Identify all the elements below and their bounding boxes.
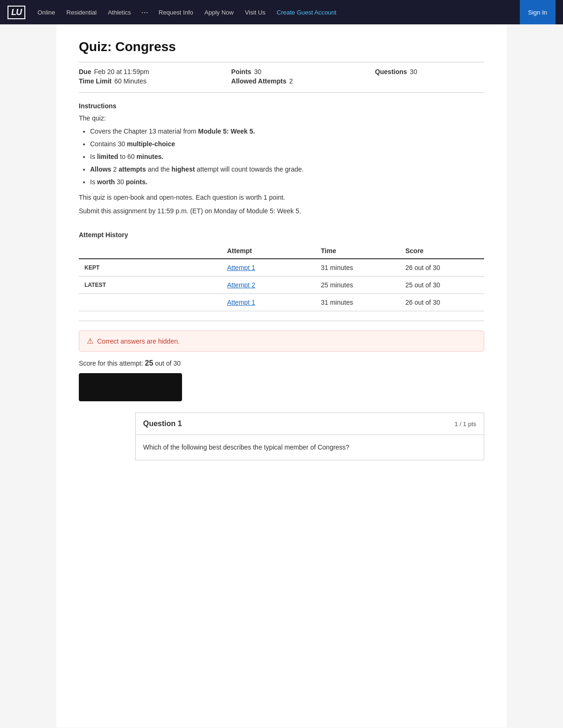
question-pts: 1 / 1 pts — [455, 420, 476, 428]
nav-athletics[interactable]: Athletics — [103, 9, 136, 16]
instructions-list: Covers the Chapter 13 material from Modu… — [79, 127, 484, 187]
navbar: LU Online Residential Athletics ··· Requ… — [0, 0, 563, 24]
warning-icon: ⚠ — [87, 337, 93, 345]
col-header-attempt: Attempt — [221, 243, 315, 259]
meta-allowed-attempts: Allowed Attempts 2 — [231, 77, 360, 85]
meta-time-limit: Time Limit 60 Minutes — [79, 77, 216, 85]
questions-value: 30 — [410, 68, 418, 75]
table-row: Attempt 1 31 minutes 26 out of 30 — [79, 294, 484, 311]
quiz-meta: Due Feb 20 at 11:59pm Points 30 Question… — [79, 68, 484, 85]
meta-due: Due Feb 20 at 11:59pm — [79, 68, 216, 75]
time-limit-value: 60 Minutes — [114, 77, 146, 85]
due-value: Feb 20 at 11:59pm — [94, 68, 149, 75]
row-label-kept: KEPT — [79, 259, 221, 277]
instructions-note1: This quiz is open-book and open-notes. E… — [79, 193, 484, 203]
time-limit-label: Time Limit — [79, 77, 112, 85]
instructions-note2: Submit this assignment by 11:59 p.m. (ET… — [79, 206, 484, 216]
question-title: Question 1 — [143, 420, 182, 428]
col-header-label — [79, 243, 221, 259]
instructions-section: Instructions The quiz: Covers the Chapte… — [79, 102, 484, 216]
nav-more-icon[interactable]: ··· — [137, 8, 152, 17]
question-header: Question 1 1 / 1 pts — [136, 413, 484, 435]
meta-questions: Questions 30 — [375, 68, 484, 75]
nav-online[interactable]: Online — [33, 9, 60, 16]
list-item: Is limited to 60 minutes. — [90, 152, 484, 162]
allowed-attempts-value: 2 — [289, 77, 293, 85]
score-cell: 26 out of 30 — [400, 294, 484, 311]
allowed-attempts-label: Allowed Attempts — [231, 77, 287, 85]
attempt-history-title: Attempt History — [79, 231, 484, 239]
divider-3 — [79, 321, 484, 321]
question-1-box: Question 1 1 / 1 pts Which of the follow… — [135, 413, 484, 460]
list-item: Allows 2 attempts and the highest attemp… — [90, 165, 484, 174]
row-label-empty — [79, 294, 221, 311]
instructions-title: Instructions — [79, 102, 484, 110]
attempt-link-cell: Attempt 2 — [221, 277, 315, 294]
score-cell: 26 out of 30 — [400, 259, 484, 277]
quiz-title: Quiz: Congress — [79, 39, 484, 54]
score-prefix: Score for this attempt: — [79, 360, 143, 367]
divider-2 — [79, 92, 484, 93]
question-body: Which of the following best describes th… — [136, 435, 484, 460]
attempt-2-link[interactable]: Attempt 2 — [227, 281, 255, 289]
time-cell: 31 minutes — [315, 294, 400, 311]
correct-answers-text: Correct answers are hidden. — [97, 338, 180, 345]
col-header-score: Score — [400, 243, 484, 259]
divider-1 — [79, 62, 484, 62]
score-suffix: out of 30 — [155, 360, 181, 367]
questions-label: Questions — [375, 68, 407, 75]
table-row: KEPT Attempt 1 31 minutes 26 out of 30 — [79, 259, 484, 277]
table-row: LATEST Attempt 2 25 minutes 25 out of 30 — [79, 277, 484, 294]
score-line: Score for this attempt: 25 out of 30 — [79, 359, 484, 368]
time-cell: 25 minutes — [315, 277, 400, 294]
logo[interactable]: LU — [8, 6, 25, 19]
due-label: Due — [79, 68, 91, 75]
attempt-1-link-kept[interactable]: Attempt 1 — [227, 264, 255, 271]
attempt-history-table: Attempt Time Score KEPT Attempt 1 31 min… — [79, 243, 484, 311]
attempt-link-cell: Attempt 1 — [221, 259, 315, 277]
attempt-1-link[interactable]: Attempt 1 — [227, 299, 255, 306]
main-content: Quiz: Congress Due Feb 20 at 11:59pm Poi… — [56, 24, 507, 728]
meta-points: Points 30 — [231, 68, 360, 75]
signin-button[interactable]: Sign In — [520, 0, 555, 24]
nav-request-info[interactable]: Request Info — [154, 9, 198, 16]
nav-residential[interactable]: Residential — [62, 9, 101, 16]
correct-answers-banner: ⚠ Correct answers are hidden. — [79, 330, 484, 352]
score-value: 25 — [145, 359, 153, 367]
instructions-intro: The quiz: — [79, 114, 484, 122]
col-header-time: Time — [315, 243, 400, 259]
points-value: 30 — [254, 68, 262, 75]
attempt-link-cell: Attempt 1 — [221, 294, 315, 311]
list-item: Contains 30 multiple-choice — [90, 139, 484, 149]
score-cell: 25 out of 30 — [400, 277, 484, 294]
redacted-image — [79, 373, 182, 401]
nav-apply-now[interactable]: Apply Now — [200, 9, 238, 16]
nav-visit-us[interactable]: Visit Us — [240, 9, 270, 16]
points-label: Points — [231, 68, 251, 75]
time-cell: 31 minutes — [315, 259, 400, 277]
nav-create-guest[interactable]: Create Guest Account — [272, 9, 341, 16]
list-item: Covers the Chapter 13 material from Modu… — [90, 127, 484, 136]
row-label-latest: LATEST — [79, 277, 221, 294]
list-item: Is worth 30 points. — [90, 177, 484, 187]
